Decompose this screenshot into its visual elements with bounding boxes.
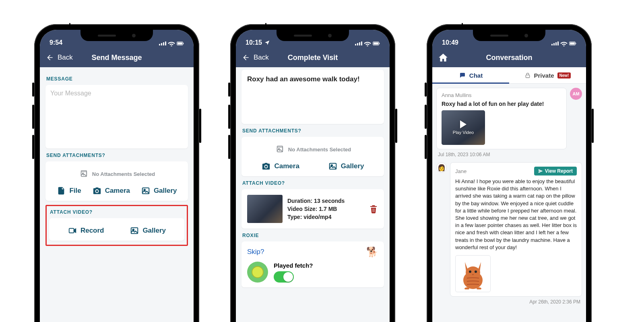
signal-icon xyxy=(159,41,166,45)
message-timestamp: Jul 18th, 2023 10:06 AM xyxy=(438,152,580,157)
status-time: 9:54 xyxy=(50,39,62,46)
attach-video-label: ATTACH VIDEO? xyxy=(50,209,184,215)
home-icon[interactable] xyxy=(438,52,448,63)
gallery-icon xyxy=(141,186,151,195)
location-icon xyxy=(264,40,270,45)
message-text: Roxy had a lot of fun on her play date! xyxy=(442,101,561,107)
delete-video-button[interactable] xyxy=(369,204,378,214)
tennis-ball-icon xyxy=(247,262,268,283)
message-timestamp: Apr 26th, 2020 2:36 PM xyxy=(438,299,580,305)
svg-point-23 xyxy=(469,270,471,273)
battery-icon xyxy=(373,41,380,46)
message-label: MESSAGE xyxy=(46,76,187,82)
played-fetch-toggle[interactable] xyxy=(274,271,294,283)
status-time: 10:49 xyxy=(442,39,458,46)
record-button[interactable]: Record xyxy=(68,226,104,235)
svg-rect-19 xyxy=(576,43,576,44)
no-attachments-text: No Attachments Selected xyxy=(51,167,182,184)
svg-rect-20 xyxy=(526,75,529,78)
attachments-label: SEND ATTACHMENTS? xyxy=(46,153,187,158)
gallery-button[interactable]: Gallery xyxy=(328,162,364,171)
cat-image[interactable] xyxy=(455,255,491,292)
signal-icon xyxy=(355,41,362,45)
new-badge: New! xyxy=(557,72,571,78)
image-stack-icon xyxy=(275,145,284,154)
video-gallery-button[interactable]: Gallery xyxy=(130,226,166,235)
battery-icon xyxy=(177,41,184,46)
lock-icon xyxy=(524,72,531,79)
video-camera-icon xyxy=(68,226,77,235)
gallery-icon xyxy=(130,226,139,235)
attach-video-label: ATTACH VIDEO? xyxy=(242,180,383,186)
svg-rect-1 xyxy=(178,42,182,45)
file-icon xyxy=(56,186,66,195)
file-button[interactable]: File xyxy=(56,186,81,195)
tab-chat[interactable]: Chat xyxy=(432,67,509,83)
sender-name: Jane xyxy=(455,168,466,174)
sender-name: Anna Mullins xyxy=(442,92,561,98)
svg-rect-7 xyxy=(69,229,74,233)
svg-rect-12 xyxy=(379,43,380,44)
send-icon xyxy=(538,169,543,173)
message-text: Hi Anna! I hope you were able to enjoy t… xyxy=(455,178,577,251)
back-button[interactable]: Back xyxy=(242,54,269,62)
svg-point-24 xyxy=(475,270,477,273)
video-thumbnail[interactable] xyxy=(247,195,283,223)
gallery-button[interactable]: Gallery xyxy=(141,186,177,195)
camera-icon xyxy=(261,162,271,171)
gallery-icon xyxy=(328,162,338,171)
video-preview[interactable]: Play Video xyxy=(442,110,485,145)
nav-bar: Back Complete Visit xyxy=(236,48,390,67)
nav-bar: Back Send Message xyxy=(40,48,194,67)
signal-icon xyxy=(551,41,559,45)
played-fetch-label: Played fetch? xyxy=(274,262,378,269)
back-button[interactable]: Back xyxy=(45,54,73,62)
video-metadata: Duration: 13 seconds Video Size: 1.7 MB … xyxy=(287,197,364,221)
phone-frame-1: 9:54 Back Send Message MESSAGE SEND ATTA… xyxy=(34,24,199,322)
trash-icon xyxy=(369,204,378,214)
svg-rect-18 xyxy=(570,42,575,45)
camera-button[interactable]: Camera xyxy=(92,186,130,195)
wifi-icon xyxy=(364,41,371,46)
chat-bubble-outgoing: Anna Mullins Roxy had a lot of fun on he… xyxy=(436,88,567,149)
camera-button[interactable]: Camera xyxy=(261,162,299,171)
avatar: 👩 xyxy=(436,162,447,173)
svg-rect-2 xyxy=(183,43,184,44)
chat-bubble-incoming: Jane View Report Hi Anna! I hope you wer… xyxy=(450,162,582,297)
wifi-icon xyxy=(168,41,175,46)
attachments-label: SEND ATTACHMENTS? xyxy=(242,128,383,134)
chat-icon xyxy=(459,72,466,79)
no-attachments-text: No Attachments Selected xyxy=(247,142,378,159)
phone-frame-2: 10:15 Back Complete Visit Roxy had an aw… xyxy=(230,24,395,322)
conversation-tabs: Chat Private New! xyxy=(432,67,586,84)
page-title: Conversation xyxy=(432,54,586,62)
nav-bar: Conversation xyxy=(432,48,586,67)
arrow-left-icon xyxy=(45,54,54,62)
phone-frame-3: 10:49 Conversation Chat Private New! xyxy=(427,24,592,322)
view-report-button[interactable]: View Report xyxy=(534,167,577,175)
svg-rect-11 xyxy=(374,42,378,45)
video-attachment-row: Duration: 13 seconds Video Size: 1.7 MB … xyxy=(242,189,384,229)
svg-point-22 xyxy=(466,266,480,279)
wifi-icon xyxy=(560,41,568,46)
play-icon xyxy=(460,120,466,128)
status-time: 10:15 xyxy=(246,39,262,46)
message-input[interactable] xyxy=(50,90,183,142)
battery-icon xyxy=(569,41,576,46)
pet-name-label: ROXIE xyxy=(242,233,383,238)
arrow-left-icon xyxy=(242,54,250,62)
cat-icon xyxy=(459,258,487,289)
dog-icon: 🐕 xyxy=(366,246,378,258)
skip-button[interactable]: Skip? xyxy=(247,248,264,256)
visit-message-input[interactable]: Roxy had an awesome walk today! xyxy=(242,70,384,124)
tab-private[interactable]: Private New! xyxy=(509,67,586,83)
attach-video-highlight: ATTACH VIDEO? Record Gallery xyxy=(45,205,188,246)
image-stack-icon xyxy=(78,169,88,178)
camera-icon xyxy=(92,186,102,195)
avatar: AM xyxy=(570,88,582,100)
